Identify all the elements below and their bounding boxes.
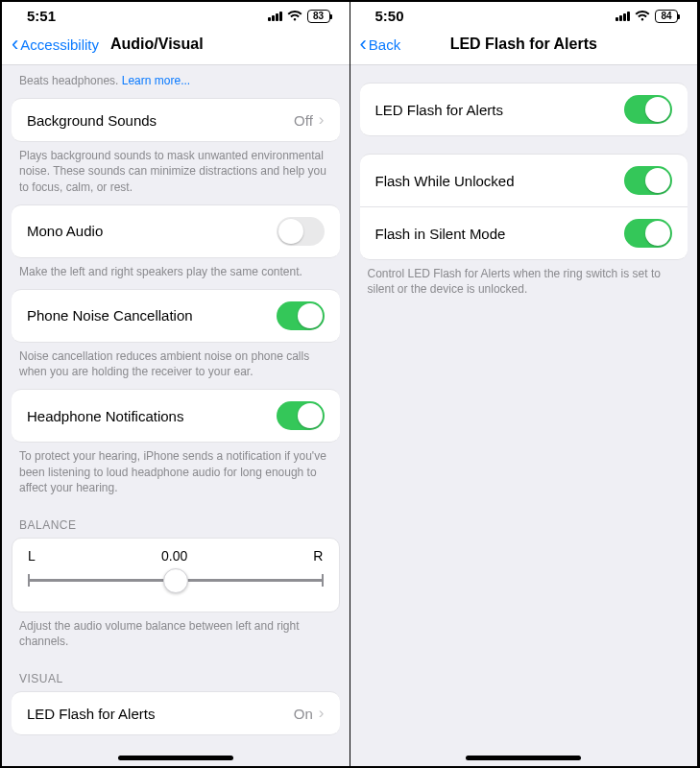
led-flash-row[interactable]: LED Flash for Alerts On › [12, 691, 340, 735]
balance-slider-cell: L 0.00 R [12, 538, 340, 612]
left-screen: 5:51 83 ‹ Accessibility Audio/Visual Bea… [2, 2, 350, 766]
right-screen: 5:50 84 ‹ Back LED Flash for Alerts LED … [350, 2, 699, 766]
row-label: Flash in Silent Mode [375, 226, 506, 242]
status-icons: 83 [268, 10, 330, 23]
status-bar: 5:50 84 [350, 2, 698, 26]
back-button[interactable]: ‹ Back [360, 34, 401, 55]
home-indicator[interactable] [466, 756, 581, 760]
status-time: 5:50 [375, 8, 404, 24]
row-label: Headphone Notifications [27, 408, 183, 424]
background-sounds-hint: Plays background sounds to mask unwanted… [2, 142, 350, 204]
home-indicator[interactable] [118, 756, 233, 760]
balance-hint: Adjust the audio volume balance between … [2, 612, 350, 659]
signal-icon [616, 12, 630, 21]
led-flash-toggle[interactable] [624, 95, 672, 124]
nav-bar: ‹ Accessibility Audio/Visual [2, 26, 350, 65]
row-value: Off [294, 112, 313, 129]
chevron-right-icon: › [319, 704, 325, 723]
balance-left-label: L [28, 548, 36, 564]
chevron-left-icon: ‹ [360, 34, 367, 55]
back-button[interactable]: ‹ Accessibility [12, 34, 99, 55]
row-label: Mono Audio [27, 223, 103, 239]
flash-silent-toggle[interactable] [624, 219, 672, 248]
row-value: On [294, 706, 313, 722]
row-label: Flash While Unlocked [375, 173, 515, 189]
chevron-right-icon: › [319, 110, 325, 130]
row-label: LED Flash for Alerts [27, 706, 155, 722]
balance-header: BALANCE [2, 505, 350, 538]
mono-audio-toggle[interactable] [277, 217, 325, 246]
led-hint: Control LED Flash for Alerts when the ri… [350, 260, 698, 306]
balance-right-label: R [313, 548, 323, 564]
nav-bar: ‹ Back LED Flash for Alerts [350, 26, 698, 65]
chevron-left-icon: ‹ [12, 34, 18, 55]
mono-audio-hint: Make the left and right speakers play th… [2, 258, 350, 289]
headphone-notif-row: Headphone Notifications [12, 389, 340, 443]
flash-silent-row: Flash in Silent Mode [360, 207, 688, 260]
wifi-icon [287, 11, 302, 22]
scroll-area[interactable]: Beats headphones. Learn more... Backgrou… [2, 65, 350, 766]
signal-icon [268, 12, 282, 21]
scroll-area[interactable]: LED Flash for Alerts Flash While Unlocke… [350, 65, 698, 766]
noise-cancel-toggle[interactable] [277, 301, 325, 330]
noise-cancel-hint: Noise cancellation reduces ambient noise… [2, 343, 350, 389]
balance-slider[interactable] [28, 567, 324, 594]
page-title: LED Flash for Alerts [350, 36, 698, 53]
row-label: Background Sounds [27, 112, 157, 129]
slider-thumb[interactable] [163, 568, 188, 593]
battery-icon: 84 [655, 10, 678, 23]
balance-value: 0.00 [161, 548, 187, 564]
learn-more-link[interactable]: Learn more... [122, 74, 190, 87]
noise-cancel-row: Phone Noise Cancellation [12, 289, 340, 343]
flash-unlocked-toggle[interactable] [624, 166, 672, 195]
wifi-icon [635, 11, 650, 22]
headphone-notif-hint: To protect your hearing, iPhone sends a … [2, 443, 350, 505]
led-flash-toggle-row: LED Flash for Alerts [360, 83, 688, 136]
row-label: LED Flash for Alerts [375, 102, 503, 118]
row-label: Phone Noise Cancellation [27, 307, 193, 324]
mono-audio-row: Mono Audio [12, 204, 340, 258]
status-bar: 5:51 83 [2, 2, 350, 26]
page-title: Audio/Visual [110, 36, 204, 53]
flash-unlocked-row: Flash While Unlocked [360, 154, 688, 207]
back-label: Back [369, 36, 400, 53]
back-label: Accessibility [20, 36, 99, 53]
status-time: 5:51 [27, 8, 56, 24]
battery-icon: 83 [307, 10, 330, 23]
status-icons: 84 [616, 10, 678, 23]
headphone-hint: Beats headphones. Learn more... [2, 65, 350, 98]
visual-header: VISUAL [2, 659, 350, 691]
background-sounds-row[interactable]: Background Sounds Off › [12, 98, 340, 142]
headphone-notif-toggle[interactable] [277, 401, 325, 430]
